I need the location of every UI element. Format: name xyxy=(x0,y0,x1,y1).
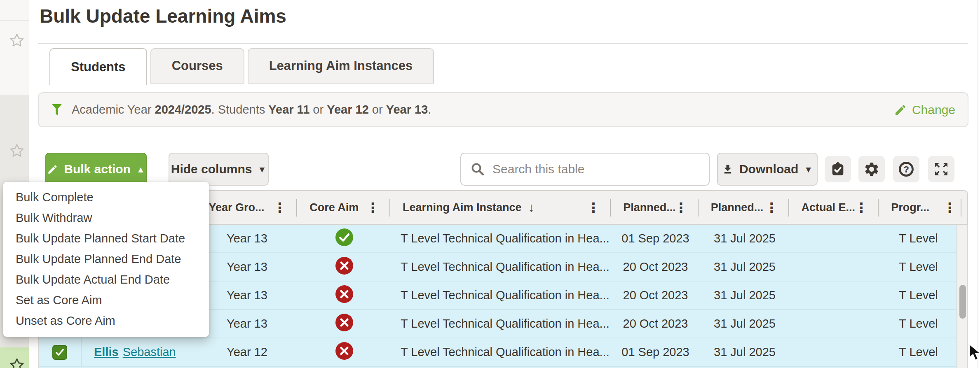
tab-bar: StudentsCoursesLearning Aim Instances xyxy=(49,48,434,85)
fullscreen-icon[interactable] xyxy=(928,156,954,182)
cell-learning_aim_instance: T Level Technical Qualification in Hea..… xyxy=(391,282,612,309)
header-label-programme: Progr... xyxy=(891,201,929,214)
header-year_group[interactable]: Year Gro...⋮ xyxy=(197,191,298,224)
sidebar-divider xyxy=(0,20,29,21)
table-row[interactable]: EllisSebastianYear 12T Level Technical Q… xyxy=(39,338,968,367)
core-aim-no-icon xyxy=(335,342,354,363)
tab-courses[interactable]: Courses xyxy=(150,48,244,84)
column-kebab-icon[interactable]: ⋮ xyxy=(366,200,380,216)
core-aim-yes-icon xyxy=(335,228,354,249)
hide-columns-button[interactable]: Hide columns ▼ xyxy=(169,153,269,186)
cell-programme: T Level xyxy=(880,282,957,309)
cell-core_aim xyxy=(298,225,391,252)
header-planned_end[interactable]: Planned...⋮ xyxy=(699,191,789,224)
caret-up-icon: ▲ xyxy=(136,165,145,174)
menu-item-unset-as-core-aim[interactable]: Unset as Core Aim xyxy=(3,310,209,331)
cell-planned_end: 31 Jul 2025 xyxy=(699,310,790,338)
mouse-cursor xyxy=(968,343,980,361)
column-kebab-icon[interactable]: ⋮ xyxy=(943,200,957,216)
cell-planned_end: 31 Jul 2025 xyxy=(699,253,790,281)
cell-select xyxy=(39,338,82,366)
cell-learning_aim_instance: T Level Technical Qualification in Hea..… xyxy=(391,225,612,252)
filter-summary: Academic Year 2024/2025. Students Year 1… xyxy=(72,103,431,116)
filter-bar: Academic Year 2024/2025. Students Year 1… xyxy=(38,92,968,127)
menu-item-bulk-update-actual-end-date[interactable]: Bulk Update Actual End Date xyxy=(3,269,209,290)
cell-year_group: Year 12 xyxy=(197,338,298,366)
menu-item-bulk-update-planned-end-date[interactable]: Bulk Update Planned End Date xyxy=(3,249,209,269)
header-planned_start[interactable]: Planned...⋮ xyxy=(611,191,699,224)
cell-actual_end xyxy=(790,338,880,366)
table-search xyxy=(460,153,710,186)
settings-icon[interactable] xyxy=(858,156,885,182)
sort-desc-icon: ↓ xyxy=(528,200,534,214)
column-kebab-icon[interactable]: ⋮ xyxy=(273,200,286,216)
favourite-star-icon[interactable] xyxy=(9,143,25,158)
bulk-action-label: Bulk action xyxy=(64,162,131,176)
help-icon[interactable]: ? xyxy=(893,156,919,182)
column-kebab-icon[interactable]: ⋮ xyxy=(765,200,778,216)
table-scrollbar[interactable] xyxy=(957,225,968,368)
cell-actual_end xyxy=(790,282,880,309)
download-icon xyxy=(722,163,734,175)
cell-core_aim xyxy=(298,338,391,366)
cell-planned_start: 01 Sep 2023 xyxy=(612,225,699,252)
header-core_aim[interactable]: Core Aim⋮ xyxy=(297,191,390,224)
download-button[interactable]: Download ▼ xyxy=(717,153,818,186)
search-input[interactable] xyxy=(492,162,700,176)
cell-planned_start: 20 Oct 2023 xyxy=(612,310,699,338)
menu-item-bulk-complete[interactable]: Bulk Complete xyxy=(3,187,209,207)
search-icon xyxy=(470,162,485,177)
header-actual_end[interactable]: Actual E...⋮ xyxy=(789,191,879,224)
cell-planned_end: 31 Jul 2025 xyxy=(699,282,790,309)
tab-students[interactable]: Students xyxy=(49,48,147,85)
favourite-star-icon[interactable] xyxy=(9,357,25,368)
student-link[interactable]: EllisSebastian xyxy=(94,345,176,359)
change-filters-label: Change xyxy=(912,103,955,117)
cell-actual_end xyxy=(790,253,880,281)
bulk-action-menu: Bulk CompleteBulk WithdrawBulk Update Pl… xyxy=(3,182,209,337)
header-label-planned_end: Planned... xyxy=(711,201,764,214)
download-label: Download xyxy=(739,162,798,176)
cell-programme: T Level xyxy=(880,338,957,366)
cell-programme: T Level xyxy=(880,310,957,338)
row-checkbox-checked[interactable] xyxy=(52,345,67,360)
cell-year_group: Year 13 xyxy=(197,282,298,309)
header-label-core_aim: Core Aim xyxy=(309,201,359,214)
cell-core_aim xyxy=(298,253,391,281)
column-kebab-icon[interactable]: ⋮ xyxy=(586,200,600,216)
scrollbar-thumb[interactable] xyxy=(959,285,966,319)
change-filters-link[interactable]: Change xyxy=(894,103,955,117)
cell-planned_start: 20 Oct 2023 xyxy=(612,282,699,309)
menu-item-bulk-withdraw[interactable]: Bulk Withdraw xyxy=(3,207,209,228)
menu-item-bulk-update-planned-start-date[interactable]: Bulk Update Planned Start Date xyxy=(3,228,209,249)
caret-down-icon: ▼ xyxy=(258,165,266,174)
column-kebab-icon[interactable]: ⋮ xyxy=(854,200,868,216)
cell-programme: T Level xyxy=(880,225,957,252)
column-kebab-icon[interactable]: ⋮ xyxy=(674,200,688,216)
cell-learning_aim_instance: T Level Technical Qualification in Hea..… xyxy=(391,253,612,281)
header-label-actual_end: Actual E... xyxy=(802,201,856,214)
header-label-learning_aim_instance: Learning Aim Instance xyxy=(403,201,522,214)
cell-year_group: Year 13 xyxy=(197,253,298,281)
hide-columns-label: Hide columns xyxy=(171,162,252,176)
column-separator xyxy=(961,199,961,217)
menu-item-set-as-core-aim[interactable]: Set as Core Aim xyxy=(3,290,209,310)
bulk-select-icon[interactable] xyxy=(825,156,851,182)
cell-year_group: Year 13 xyxy=(197,310,298,338)
bulk-action-button[interactable]: Bulk action ▲ xyxy=(45,153,147,186)
funnel-icon xyxy=(51,103,63,116)
cell-core_aim xyxy=(298,310,391,338)
cell-learning_aim_instance: T Level Technical Qualification in Hea..… xyxy=(391,310,612,338)
page-title: Bulk Update Learning Aims xyxy=(40,5,286,27)
cell-year_group: Year 13 xyxy=(197,225,298,252)
core-aim-no-icon xyxy=(335,313,354,335)
cell-student_name: EllisSebastian xyxy=(82,338,197,366)
cell-core_aim xyxy=(298,282,391,309)
favourite-star-icon[interactable] xyxy=(9,33,25,48)
header-programme[interactable]: Progr...⋮ xyxy=(879,191,967,224)
cell-planned_end: 31 Jul 2025 xyxy=(699,225,790,252)
tab-learning-aim-instances[interactable]: Learning Aim Instances xyxy=(248,48,434,84)
cell-actual_end xyxy=(790,225,880,252)
core-aim-no-icon xyxy=(335,256,354,278)
header-learning_aim_instance[interactable]: Learning Aim Instance↓⋮ xyxy=(390,191,611,224)
